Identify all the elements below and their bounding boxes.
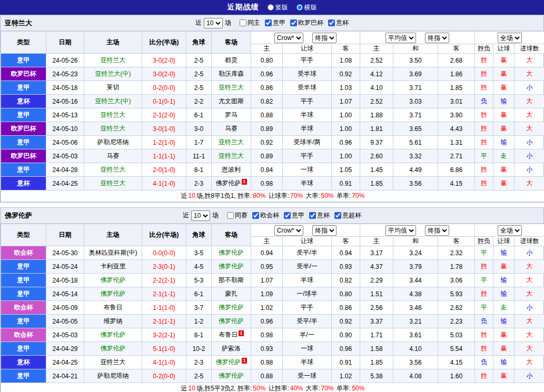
- radio-horizontal-input[interactable]: [296, 4, 303, 11]
- match-date: 24-05-05: [46, 315, 84, 328]
- filter-意超杯[interactable]: 意超杯: [334, 211, 361, 220]
- handicap-away-odds: 1.00: [332, 122, 360, 136]
- home-team: 亚特兰大: [84, 356, 142, 369]
- avg-away-odds: 3.06: [438, 274, 475, 287]
- team-label: 佛罗伦萨: [101, 290, 126, 297]
- result-handicap: 输: [493, 356, 515, 369]
- filter-欧罗巴杯[interactable]: 欧罗巴杯: [290, 18, 323, 27]
- result-wdl: 胜: [475, 287, 493, 301]
- filter-同赛[interactable]: 同赛: [227, 211, 248, 220]
- rounds-select[interactable]: 10: [191, 210, 210, 221]
- bookmaker-select[interactable]: Crow*: [274, 225, 303, 236]
- avg-away-odds: 3.90: [438, 108, 475, 122]
- result-goals: 大: [515, 274, 544, 287]
- league-badge: 欧会杯: [1, 328, 46, 342]
- handicap-away-odds: 1.05: [332, 163, 360, 177]
- away-team: 佛罗伦萨1: [212, 356, 251, 369]
- col-result-handicap: 让球: [493, 44, 515, 54]
- avg-away-odds: 2.32: [438, 246, 475, 260]
- result-wdl: 胜: [475, 260, 493, 274]
- filter-checkbox[interactable]: [227, 212, 234, 219]
- result-wdl: 胜: [475, 136, 493, 149]
- handicap-line: 半球: [283, 356, 332, 369]
- filter-意杯[interactable]: 意杯: [309, 211, 330, 220]
- col-avg-home: 主: [360, 44, 393, 54]
- rounds-select[interactable]: 10: [204, 18, 223, 28]
- team-label: 亚特兰大(中): [95, 70, 131, 77]
- league-badge: 意甲: [1, 274, 46, 287]
- handicap-line: 半球: [283, 177, 332, 190]
- match-row: 意甲24-04-21萨勒尼塔纳0-2(0-0)2-5佛罗伦萨0.88受一球1.0…: [1, 369, 544, 383]
- filter-group: 同主意甲欧罗巴杯意杯: [240, 18, 349, 27]
- col-handicap-home: 主: [251, 44, 283, 54]
- filter-checkbox[interactable]: [334, 212, 341, 219]
- filter-意甲[interactable]: 意甲: [265, 18, 285, 27]
- match-score: 2-1(1-1): [142, 287, 186, 301]
- result-wdl: 胜: [475, 369, 493, 383]
- col-handicap-away: 客: [332, 237, 360, 246]
- average-select[interactable]: 平均值: [385, 33, 416, 43]
- away-team: 佛罗伦萨: [212, 301, 251, 315]
- match-row: 意甲24-05-14佛罗伦萨2-1(1-1)6-1蒙扎1.09一/球半0.801…: [1, 287, 544, 301]
- match-score: 0-1(0-1): [142, 95, 186, 108]
- radio-horizontal[interactable]: 横版: [296, 3, 317, 12]
- final-odds-select-2[interactable]: 终指: [425, 225, 449, 236]
- corner-score: 6-1: [186, 287, 212, 301]
- team-label: 亚特兰大: [101, 111, 126, 118]
- col-handicap-line: 让球: [283, 237, 332, 246]
- away-team: 恩波利: [212, 163, 251, 177]
- filter-checkbox[interactable]: [252, 212, 259, 219]
- handicap-home-odds: 0.96: [251, 67, 283, 81]
- final-odds-select[interactable]: 终指: [312, 225, 337, 236]
- filter-label: 同主: [248, 18, 260, 27]
- handicap-home-odds: 0.80: [251, 54, 283, 67]
- filter-checkbox[interactable]: [284, 212, 291, 219]
- filter-checkbox[interactable]: [290, 19, 297, 26]
- bookmaker-select[interactable]: Crow*: [274, 33, 303, 43]
- corner-score: 1-7: [186, 136, 212, 149]
- radio-vertical-input[interactable]: [268, 4, 274, 11]
- league-badge: 意甲: [1, 163, 46, 177]
- handicap-home-odds: 0.88: [251, 369, 283, 383]
- filter-checkbox[interactable]: [265, 19, 272, 26]
- result-handicap: 走: [493, 149, 515, 163]
- handicap-line: 平手: [283, 301, 332, 315]
- average-select[interactable]: 平均值: [385, 225, 416, 236]
- result-goals: 小: [515, 301, 544, 315]
- team-label: 恩波利: [222, 166, 241, 173]
- league-badge: 欧罗巴杯: [1, 122, 46, 136]
- col-result-handicap: 让球: [493, 237, 515, 246]
- handicap-home-odds: 0.95: [251, 260, 283, 274]
- away-team: 佛罗伦萨: [212, 260, 251, 274]
- filter-checkbox[interactable]: [328, 19, 335, 26]
- filter-欧会杯[interactable]: 欧会杯: [252, 211, 279, 220]
- col-score: 比分(半场): [142, 32, 186, 54]
- home-team: 莱切: [84, 81, 142, 95]
- filter-同主[interactable]: 同主: [240, 18, 260, 27]
- avg-home-odds: 2.60: [360, 149, 393, 163]
- handicap-away-odds: 0.92: [332, 315, 360, 328]
- avg-draw-odds: 5.61: [393, 136, 438, 149]
- result-goals: 大: [515, 315, 544, 328]
- filter-意杯[interactable]: 意杯: [328, 18, 349, 27]
- away-team: 亚特兰大: [212, 136, 251, 149]
- avg-home-odds: 2.56: [360, 301, 393, 315]
- fulltime-select[interactable]: 全场: [498, 33, 522, 43]
- radio-vertical[interactable]: 竖版: [268, 3, 288, 12]
- col-type: 类型: [1, 32, 46, 54]
- corner-score: 2-5: [186, 81, 212, 95]
- final-odds-select[interactable]: 终指: [312, 33, 337, 43]
- filter-checkbox[interactable]: [309, 212, 316, 219]
- home-team: 亚特兰大: [84, 108, 142, 122]
- match-date: 24-05-09: [46, 301, 84, 315]
- fulltime-select[interactable]: 全场: [498, 225, 522, 236]
- filter-意甲[interactable]: 意甲: [284, 211, 304, 220]
- result-wdl: 胜: [475, 177, 493, 190]
- filter-checkbox[interactable]: [240, 19, 246, 26]
- home-team: 卡利亚里: [84, 260, 142, 274]
- final-odds-select-2[interactable]: 终指: [425, 33, 449, 43]
- match-score: 0-2(0-0): [142, 369, 186, 383]
- result-handicap: 赢: [493, 177, 515, 190]
- team-label: 佛罗伦萨: [219, 263, 244, 270]
- away-team: 都灵: [212, 54, 251, 67]
